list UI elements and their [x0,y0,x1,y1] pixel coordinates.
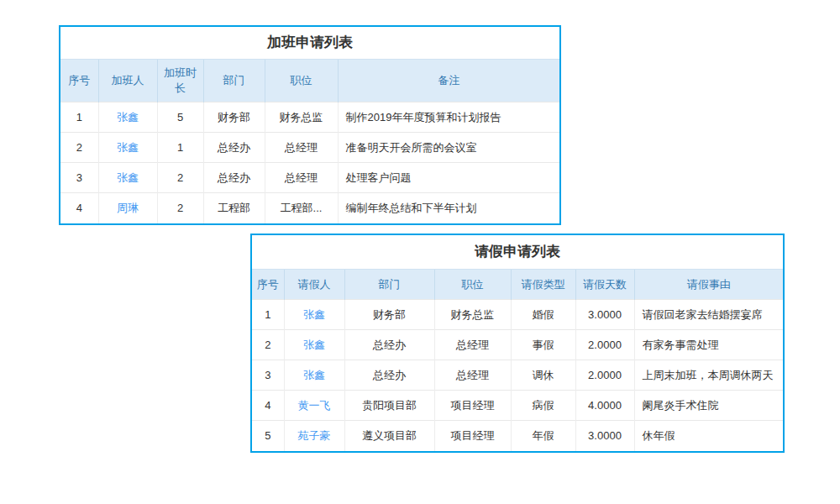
leave-table-title: 请假申请列表 [252,235,783,269]
cell-position: 总经理 [434,330,511,360]
cell-no: 4 [60,193,98,223]
cell-type: 事假 [511,330,575,360]
cell-hours: 1 [157,133,203,163]
table-row: 1 张鑫 5 财务部 财务总监 制作2019年年度预算和计划报告 [60,102,559,133]
cell-position: 项目经理 [434,391,511,421]
cell-position: 总经理 [265,133,338,163]
cell-position: 项目经理 [434,421,511,451]
leave-col-person: 请假人 [284,270,344,300]
cell-no: 1 [252,300,284,330]
table-row: 3 张鑫 2 总经办 总经理 处理客户问题 [60,163,559,193]
cell-days: 2.0000 [575,330,634,360]
overtime-col-remark: 备注 [338,60,559,102]
cell-remark: 编制年终总结和下半年计划 [338,193,559,223]
cell-reason: 上周末加班，本周调休两天 [634,360,783,391]
overtime-col-dept: 部门 [203,60,265,102]
cell-no: 2 [60,133,98,163]
leave-col-no: 序号 [252,270,284,300]
cell-no: 2 [252,330,284,360]
overtime-table-title: 加班申请列表 [60,27,559,59]
cell-position: 财务总监 [434,300,511,330]
cell-position: 总经理 [265,163,338,193]
overtime-col-no: 序号 [60,60,98,102]
leave-col-position: 职位 [434,270,511,300]
leave-col-type: 请假类型 [511,270,575,300]
table-row: 2 张鑫 总经办 总经理 事假 2.0000 有家务事需处理 [252,330,783,360]
cell-reason: 请假回老家去结婚摆宴席 [634,300,783,330]
overtime-col-hours: 加班时长 [157,60,203,102]
cell-hours: 5 [157,102,203,133]
overtime-person-link[interactable]: 周琳 [98,193,157,223]
cell-dept: 工程部 [203,193,265,223]
cell-days: 3.0000 [575,421,634,451]
cell-reason: 休年假 [634,421,783,451]
cell-type: 婚假 [511,300,575,330]
cell-no: 4 [252,391,284,421]
cell-no: 3 [60,163,98,193]
leave-col-dept: 部门 [344,270,434,300]
leave-person-link[interactable]: 张鑫 [284,330,344,360]
cell-dept: 总经办 [344,360,434,391]
cell-dept: 总经办 [344,330,434,360]
cell-reason: 有家务事需处理 [634,330,783,360]
leave-person-link[interactable]: 张鑫 [284,300,344,330]
cell-dept: 贵阳项目部 [344,391,434,421]
table-row: 5 苑子豪 遵义项目部 项目经理 年假 3.0000 休年假 [252,421,783,451]
leave-table-card: 请假申请列表 序号 请假人 部门 职位 请假类型 请假天数 请假事由 1 张鑫 … [250,234,785,453]
cell-type: 调休 [511,360,575,391]
overtime-col-position: 职位 [265,60,338,102]
table-row: 2 张鑫 1 总经办 总经理 准备明天开会所需的会议室 [60,133,559,163]
overtime-table: 序号 加班人 加班时长 部门 职位 备注 1 张鑫 5 财务部 财务总监 制作2… [60,59,559,223]
cell-no: 1 [60,102,98,133]
cell-type: 病假 [511,391,575,421]
leave-person-link[interactable]: 黄一飞 [284,391,344,421]
overtime-header-row: 序号 加班人 加班时长 部门 职位 备注 [60,60,559,102]
cell-dept: 财务部 [344,300,434,330]
cell-position: 工程部... [265,193,338,223]
leave-table: 序号 请假人 部门 职位 请假类型 请假天数 请假事由 1 张鑫 财务部 财务总… [252,269,783,451]
cell-hours: 2 [157,193,203,223]
cell-days: 3.0000 [575,300,634,330]
cell-days: 2.0000 [575,360,634,391]
cell-dept: 总经办 [203,133,265,163]
leave-person-link[interactable]: 张鑫 [284,360,344,391]
cell-dept: 遵义项目部 [344,421,434,451]
cell-dept: 总经办 [203,163,265,193]
cell-dept: 财务部 [203,102,265,133]
table-row: 4 周琳 2 工程部 工程部... 编制年终总结和下半年计划 [60,193,559,223]
cell-remark: 准备明天开会所需的会议室 [338,133,559,163]
leave-person-link[interactable]: 苑子豪 [284,421,344,451]
cell-days: 4.0000 [575,391,634,421]
leave-col-days: 请假天数 [575,270,634,300]
overtime-col-person: 加班人 [98,60,157,102]
overtime-person-link[interactable]: 张鑫 [98,163,157,193]
cell-remark: 处理客户问题 [338,163,559,193]
cell-no: 5 [252,421,284,451]
overtime-table-card: 加班申请列表 序号 加班人 加班时长 部门 职位 备注 1 张鑫 5 财务部 财… [59,25,561,225]
overtime-person-link[interactable]: 张鑫 [98,102,157,133]
leave-header-row: 序号 请假人 部门 职位 请假类型 请假天数 请假事由 [252,270,783,300]
cell-position: 总经理 [434,360,511,391]
cell-position: 财务总监 [265,102,338,133]
cell-type: 年假 [511,421,575,451]
leave-col-reason: 请假事由 [634,270,783,300]
cell-reason: 阑尾炎手术住院 [634,391,783,421]
table-row: 1 张鑫 财务部 财务总监 婚假 3.0000 请假回老家去结婚摆宴席 [252,300,783,330]
cell-remark: 制作2019年年度预算和计划报告 [338,102,559,133]
table-row: 4 黄一飞 贵阳项目部 项目经理 病假 4.0000 阑尾炎手术住院 [252,391,783,421]
table-row: 3 张鑫 总经办 总经理 调休 2.0000 上周末加班，本周调休两天 [252,360,783,391]
cell-no: 3 [252,360,284,391]
cell-hours: 2 [157,163,203,193]
overtime-person-link[interactable]: 张鑫 [98,133,157,163]
